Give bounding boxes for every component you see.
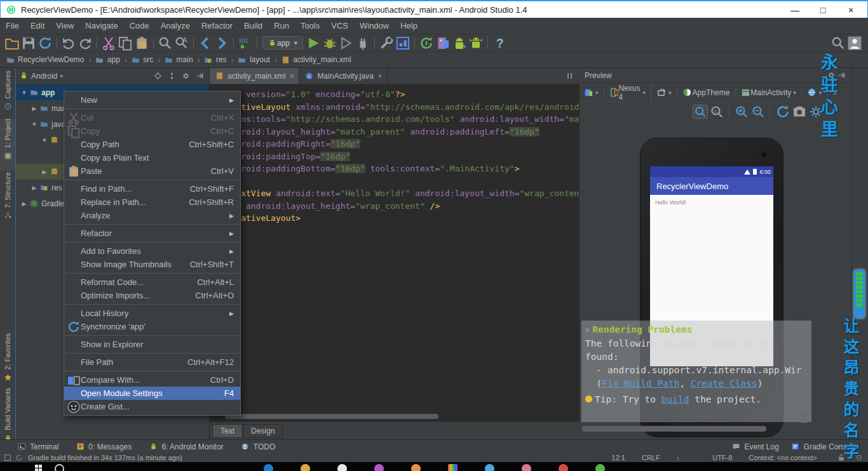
context-menu-item-synchronize--app-[interactable]: Synchronize 'app': [64, 320, 240, 333]
maximize-button[interactable]: □: [809, 3, 837, 18]
close-button[interactable]: ×: [837, 3, 865, 18]
compile-icon[interactable]: 101: [238, 36, 253, 51]
editor-mode-tab-text[interactable]: Text: [212, 424, 243, 438]
minimize-button[interactable]: —: [781, 3, 809, 18]
fix-build-path-link[interactable]: Fix Build Path: [602, 378, 679, 388]
back-icon[interactable]: [198, 36, 213, 51]
tool-tab-captures[interactable]: Captures: [0, 70, 15, 119]
encoding-indicator[interactable]: UTF-8: [712, 454, 732, 461]
editor-tab-activity-main-xml[interactable]: activity_main.xml×: [210, 68, 299, 84]
close-tab-icon[interactable]: ×: [378, 72, 383, 81]
project-view-selector[interactable]: Android: [31, 72, 57, 81]
caret-position[interactable]: 12:1: [612, 454, 625, 461]
close-icon[interactable]: ×: [585, 326, 590, 335]
avatar-icon[interactable]: [847, 36, 862, 51]
editor-horizontal-scrollbar[interactable]: [225, 414, 438, 419]
attach-debugger-icon[interactable]: [355, 36, 370, 51]
theme-dropdown[interactable]: AppTheme: [682, 88, 736, 98]
settings-icon[interactable]: [379, 36, 394, 51]
debug-icon[interactable]: [322, 36, 337, 51]
tool-tab----structure[interactable]: 7: Structure: [0, 172, 15, 227]
collapse-all-icon[interactable]: [166, 71, 177, 81]
breadcrumb-item[interactable]: app: [95, 55, 120, 65]
tool-tab----project[interactable]: 1: Project: [0, 119, 15, 171]
toolwindow-button-todo[interactable]: TODO: [240, 442, 275, 452]
context-menu-item-file-path[interactable]: File PathCtrl+Alt+F12: [64, 355, 240, 369]
context-menu-item-optimize-imports---[interactable]: Optimize Imports...Ctrl+Alt+O: [64, 289, 240, 302]
context-menu-item-paste[interactable]: PasteCtrl+V: [64, 164, 240, 178]
menu-navigate[interactable]: Navigate: [79, 18, 123, 34]
context-menu-item-new[interactable]: New▶: [64, 93, 240, 107]
taskbar-app-icon[interactable]: [374, 464, 384, 471]
context-menu-item-reformat-code---[interactable]: Reformat Code...Ctrl+Alt+L: [64, 275, 240, 289]
project-structure-icon[interactable]: [395, 36, 410, 51]
taskbar-app-icon[interactable]: [264, 464, 273, 471]
taskbar-app-icon[interactable]: [301, 464, 310, 471]
context-menu-item-compare-with---[interactable]: Compare With...Ctrl+D: [64, 373, 240, 387]
device-monitor-icon[interactable]: [435, 36, 451, 51]
redo-icon[interactable]: [78, 36, 93, 51]
menu-window[interactable]: Window: [354, 18, 395, 34]
find-icon[interactable]: [158, 36, 173, 51]
taskbar-app-icon[interactable]: [337, 464, 347, 471]
windows-start-icon[interactable]: [35, 465, 42, 471]
breadcrumb-item[interactable]: res: [203, 55, 227, 65]
search-icon[interactable]: [831, 36, 846, 51]
context-indicator[interactable]: Context: <no context>: [749, 454, 817, 461]
line-separator-indicator[interactable]: CRLF↕: [642, 454, 696, 461]
activity-dropdown[interactable]: MainActivity▾: [740, 88, 802, 98]
run-configuration-select[interactable]: app▼: [262, 36, 303, 50]
save-icon[interactable]: [21, 36, 36, 51]
cut-icon[interactable]: [101, 36, 116, 51]
sync-icon[interactable]: [37, 36, 53, 51]
preview-vertical-scrollbar[interactable]: [801, 411, 808, 423]
build-link[interactable]: build: [661, 394, 689, 404]
menu-run[interactable]: Run: [268, 18, 295, 34]
context-menu-item-copy-path[interactable]: Copy PathCtrl+Shift+C: [64, 138, 240, 151]
zoom-actual-icon[interactable]: 1:1: [709, 105, 724, 119]
device-config-dropdown[interactable]: ▾: [583, 88, 604, 98]
breadcrumb-item[interactable]: activity_main.xml: [280, 55, 351, 65]
menu-build[interactable]: Build: [238, 18, 268, 34]
refresh-icon[interactable]: [775, 105, 790, 119]
context-menu-item-copy-as-plain-text[interactable]: Copy as Plain Text: [64, 151, 240, 164]
context-menu-item-replace-in-path---[interactable]: Replace in Path...Ctrl+Shift+R: [64, 196, 240, 209]
breadcrumb-item[interactable]: layout: [237, 55, 270, 65]
context-menu-item-analyze[interactable]: Analyze▶: [64, 209, 240, 222]
status-message[interactable]: Gradle build finished in 34s 137ms (a mi…: [28, 454, 182, 461]
menu-code[interactable]: Code: [124, 18, 155, 34]
taskbar-app-icon[interactable]: [522, 464, 531, 471]
menu-help[interactable]: Help: [395, 18, 423, 34]
taskbar-app-icon[interactable]: [595, 464, 605, 471]
open-icon[interactable]: [4, 36, 20, 51]
taskbar-app-icon[interactable]: [448, 464, 458, 471]
device-dropdown[interactable]: Nexus 4▾: [609, 84, 652, 102]
context-menu-item-show-image-thumbnails[interactable]: Show Image ThumbnailsCtrl+Shift+T: [64, 258, 240, 271]
screenshot-icon[interactable]: [792, 105, 807, 119]
copy-icon[interactable]: [118, 36, 133, 51]
run-icon[interactable]: [306, 36, 321, 51]
orientation-dropdown[interactable]: ▾: [656, 88, 677, 98]
forward-icon[interactable]: [214, 36, 229, 51]
context-menu-item-open-module-settings[interactable]: Open Module SettingsF4: [64, 387, 240, 400]
gear-icon[interactable]: [180, 71, 191, 81]
undo-icon[interactable]: [61, 36, 76, 51]
context-menu-item-find-in-path---[interactable]: Find in Path...Ctrl+Shift+F: [64, 182, 240, 196]
taskbar-app-icon[interactable]: [411, 464, 421, 471]
taskbar-search-icon[interactable]: [55, 464, 64, 471]
preview-horizontal-scrollbar[interactable]: [582, 426, 766, 432]
zoom-in-icon[interactable]: [734, 105, 749, 119]
menu-refactor[interactable]: Refactor: [196, 18, 238, 34]
editor-mode-tab-design[interactable]: Design: [243, 424, 283, 438]
breadcrumb-item[interactable]: main: [164, 55, 193, 65]
context-menu-item-show-in-explorer[interactable]: Show in Explorer: [64, 338, 240, 351]
help-icon[interactable]: ?: [492, 36, 507, 51]
toolwindow-button-terminal[interactable]: Terminal: [17, 442, 58, 452]
menu-tools[interactable]: Tools: [295, 18, 325, 34]
editor-tab-mainactivity-java[interactable]: CMainActivity.java×: [299, 68, 388, 84]
menu-view[interactable]: View: [50, 18, 79, 34]
zoom-out-icon[interactable]: [750, 105, 766, 119]
close-tab-icon[interactable]: ×: [290, 72, 294, 81]
context-menu-item-local-history[interactable]: Local History▶: [64, 307, 240, 320]
taskbar-app-icon[interactable]: [485, 464, 494, 471]
